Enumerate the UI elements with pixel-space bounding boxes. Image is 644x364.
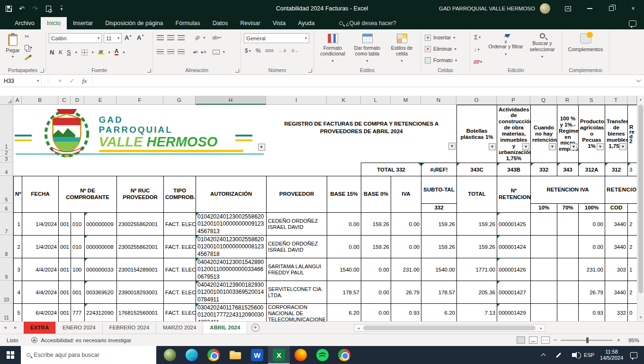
cell-cat-botellas[interactable]: Botellas plásticas 1%▼ — [457, 105, 497, 163]
cell-c1-row5[interactable]: 001 — [59, 304, 71, 322]
cell-report-title[interactable]: REGISTRO DE FACTURAS DE COMPRA Y RETENCI… — [267, 105, 457, 151]
cell-c3-row2[interactable]: 000000008 — [85, 236, 117, 258]
cell-c3-row5[interactable]: 224312090 — [85, 304, 117, 322]
header-proveedor[interactable]: PROVEEDOR — [267, 176, 327, 213]
taskbar-word-button[interactable]: W — [246, 346, 268, 364]
cell-cat-sin-retencion[interactable]: Cuando no hay retención▼ — [531, 105, 557, 163]
cell-iva-row1[interactable]: 0.00 — [391, 213, 421, 236]
header-base15[interactable]: BASE 15% — [327, 176, 361, 213]
minimize-button[interactable] — [579, 0, 600, 17]
print-preview-button[interactable] — [42, 0, 55, 17]
cell-total-row3[interactable]: 1771.00 — [457, 258, 497, 281]
cell-autorizacion-row5[interactable]: 0304202401176815256000120017772243120900… — [196, 304, 267, 322]
header-10[interactable]: 10% — [531, 204, 557, 213]
cell-code-332[interactable]: 332 — [531, 163, 557, 176]
filter-dropdown[interactable]: ▼ — [522, 143, 529, 150]
cell-r70-row3[interactable] — [557, 258, 579, 281]
cell-r70-row1[interactable] — [557, 213, 579, 236]
cell-autorizacion-row4[interactable]: 0404202401239001829300120010010033695200… — [196, 281, 267, 304]
cell-ruc-row3[interactable]: 2300154289001 — [117, 258, 164, 281]
row-header-6[interactable]: 6 — [0, 203, 13, 212]
cell-empty[interactable] — [267, 151, 457, 157]
cell-c1-row2[interactable]: 001 — [59, 236, 71, 258]
undo-button[interactable]: ↶ — [15, 0, 28, 17]
column-header-D[interactable]: D — [71, 96, 84, 105]
cell-extra-row1[interactable]: 2 — [628, 213, 637, 236]
cell-nret-row4[interactable]: 000001427 — [497, 281, 531, 304]
search-input[interactable] — [34, 352, 143, 358]
underline-button[interactable]: S — [67, 49, 71, 56]
cell-base15-row2[interactable]: 0.00 — [327, 236, 361, 258]
column-header-R[interactable]: R — [557, 96, 578, 105]
taskbar-pinned-app-button[interactable] — [159, 346, 181, 364]
orientation-button[interactable]: ab — [194, 34, 201, 42]
row-header-3[interactable]: 3 — [0, 156, 13, 163]
cell-cat-microempresa[interactable]: 100 % y 1%.- Regimen en micro empresa▼ — [557, 105, 579, 163]
cell-base0-row1[interactable]: 159.26 — [361, 213, 391, 236]
comments-icon[interactable] — [629, 20, 636, 27]
cell-r10-row2[interactable] — [531, 236, 557, 258]
column-header-O[interactable]: O — [456, 96, 497, 105]
header-ruc[interactable]: Nº RUC PROVEEDOR — [117, 176, 164, 213]
cell-cat-transferencia[interactable]: Transferencia de bienes muebles 1,75%▼ — [605, 105, 628, 163]
restore-button[interactable] — [600, 0, 622, 17]
cell-code-343c[interactable]: 343C — [457, 163, 497, 176]
cell-c2-row4[interactable]: 001 — [71, 281, 85, 304]
format-as-table-button[interactable]: Dar formato como tabla ▾ — [350, 32, 384, 69]
column-header-L[interactable]: L — [361, 96, 391, 105]
cell-c2-row5[interactable]: 777 — [71, 304, 85, 322]
cell-n-row1[interactable]: 1 — [14, 213, 22, 236]
tray-volume-button[interactable] — [569, 346, 578, 364]
increase-indent-button[interactable]: ▸≡ — [201, 49, 206, 55]
name-box[interactable]: H33 ▾ — [0, 75, 42, 87]
cell-styles-button[interactable]: Estilos de celda ▾ — [385, 32, 419, 69]
scroll-up-arrow[interactable]: ▲ — [637, 96, 644, 103]
cell-c1-row3[interactable]: 001 — [59, 258, 71, 281]
column-header-I[interactable]: I — [266, 96, 327, 105]
bold-button[interactable]: N — [50, 49, 54, 56]
cell-extra-row3[interactable]: 1 — [628, 258, 637, 281]
ribbon-tab-vista[interactable]: Vista — [267, 17, 292, 29]
cell-total-row2[interactable]: 159.26 — [457, 236, 497, 258]
percent-format-button[interactable]: % — [256, 47, 261, 54]
header-total[interactable]: TOTAL — [457, 176, 497, 213]
cell-tipo-row2[interactable]: FACT. ELEC. — [164, 236, 196, 258]
header-70[interactable]: 70% — [557, 204, 579, 213]
header-comprobante[interactable]: Nº DE COMPROBANTE — [59, 176, 117, 213]
row-header-11[interactable]: 11 — [0, 303, 13, 321]
sheet-nav-right[interactable]: ► — [10, 322, 21, 334]
column-header-K[interactable]: K — [327, 96, 361, 105]
header-subtotal[interactable]: SUBTO-TAL — [421, 176, 457, 204]
cell-c3-row1[interactable]: 000000009 — [85, 213, 117, 236]
zoom-slider-thumb[interactable] — [586, 337, 589, 343]
filter-dropdown[interactable]: ▼ — [489, 143, 496, 150]
sheet-tab-abril-2024[interactable]: ABRIL 2024 — [203, 322, 247, 334]
header-fecha[interactable]: FECHA — [22, 176, 59, 213]
cell-c2-row1[interactable]: 010 — [71, 213, 85, 236]
cell-c1-row1[interactable]: 001 — [59, 213, 71, 236]
decrease-indent-button[interactable]: ◂≡ — [193, 49, 198, 55]
filter-dropdown[interactable]: ▼ — [448, 143, 456, 150]
cell-ruc-row2[interactable]: 2300255862001 — [117, 236, 164, 258]
cell-subtotal-row5[interactable]: 6.20 — [421, 304, 457, 322]
filter-dropdown[interactable]: ▼ — [549, 143, 556, 150]
find-select-button[interactable]: Buscar y seleccionar ▾ — [524, 33, 560, 60]
column-header-E[interactable]: E — [84, 96, 116, 105]
cell-n-row2[interactable]: 2 — [14, 236, 22, 258]
taskbar-spotify-button[interactable] — [312, 346, 333, 364]
zoom-level[interactable]: 95% — [624, 337, 639, 343]
number-dialog-launcher[interactable] — [308, 69, 312, 73]
cell-total-332[interactable]: TOTAL 332 — [361, 163, 421, 176]
cell-total-row1[interactable]: 159.26 — [457, 213, 497, 236]
header-clipped[interactable] — [628, 204, 637, 213]
cell-r10-row4[interactable] — [531, 281, 557, 304]
cell-c3-row4[interactable]: 003369520 — [85, 281, 117, 304]
scroll-right-arrow[interactable]: ► — [537, 327, 545, 330]
cell-r100-row1[interactable]: 0.00 — [579, 213, 605, 236]
horizontal-scrollbar[interactable]: ◄ ► — [354, 324, 546, 332]
sheet-tab-enero-2024[interactable]: ENERO 2024 — [56, 322, 103, 334]
cell-autorizacion-row2[interactable]: 0104202401230025586200120010100000000081… — [196, 236, 267, 258]
cell-empty[interactable] — [267, 157, 457, 163]
cell-nret-row3[interactable]: 000001426 — [497, 258, 531, 281]
header-cod[interactable]: COD — [605, 204, 628, 213]
